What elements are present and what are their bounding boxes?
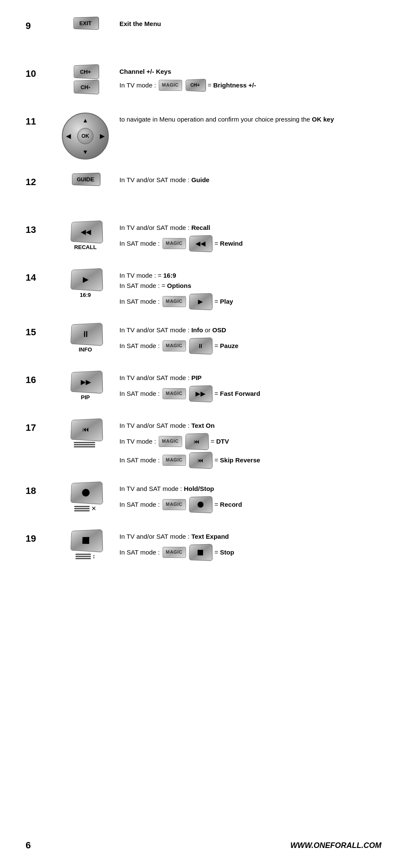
hold-sublabel-icon: ✕ (74, 505, 96, 512)
record-sub-row: In SAT mode : MAGIC = Record (119, 496, 381, 513)
in-sat-mode-16: In SAT mode : (119, 389, 160, 399)
line-b (74, 508, 90, 509)
desc-col-10: Channel +/- Keys In TV mode : MAGIC CH+ … (119, 65, 381, 91)
line-e (76, 556, 91, 557)
skipback-button-icon: ⏮ (70, 418, 103, 441)
icon-col-13: RECALL (51, 221, 119, 250)
recall-desc-main: In TV and/or SAT mode : Recall (119, 224, 210, 231)
ch-buttons: CH+ CH- (73, 65, 98, 94)
stop-sublabel-icon: ↕ (76, 553, 96, 560)
in-sat-mode-13: In SAT mode : (119, 238, 160, 249)
nav-circle-icon: ▲ ▼ ◀ ▶ OK (62, 113, 109, 160)
pause-icon: ⏸ (81, 329, 90, 339)
desc-col-17: In TV and/or SAT mode : Text On In TV mo… (119, 419, 381, 468)
icon-col-18: ✕ (51, 482, 119, 512)
icon-col-12: GUIDE (51, 173, 119, 186)
footer: 6 WWW.ONEFORALL.COM (26, 840, 381, 851)
lines-group (74, 506, 90, 511)
stop-label: = Stop (215, 547, 234, 557)
rewind-icon (80, 227, 90, 236)
stop-icon-group: ↕ (70, 530, 102, 560)
dtv-sub-row: In TV mode : MAGIC ⏮ = DTV (119, 433, 381, 450)
pause-button-icon: ⏸ (70, 323, 103, 346)
ch-minus-icon: CH- (74, 79, 99, 94)
desc-col-13: In TV and/or SAT mode : Recall In SAT mo… (119, 221, 381, 252)
line-a (74, 506, 90, 507)
line-f (76, 558, 91, 559)
row-16: 16 PIP In TV and/or SAT mode : PIP In SA… (26, 371, 381, 405)
rewind-sub-row: In SAT mode : MAGIC ◀◀ = Rewind (119, 235, 381, 252)
in-tv-mode-17: In TV mode : (119, 436, 156, 447)
dot-icon (81, 489, 89, 496)
row-14: 14 16:9 In TV mode : = 16:9 In SAT mode … (26, 269, 381, 310)
rewind-small-icon: ◀◀ (189, 235, 212, 252)
skipback-icon: ⏮ (82, 426, 89, 433)
arrows-symbol: ↕ (93, 553, 96, 560)
ch-sub-row: In TV mode : MAGIC CH+ = Brightness +/- (119, 79, 381, 91)
in-tv-mode-label: In TV mode : (119, 80, 156, 90)
guide-button-icon: GUIDE (72, 173, 101, 186)
icon-col-9: EXIT (51, 17, 119, 29)
desc-text-9: Exit the Menu (119, 20, 161, 27)
row-10: 10 CH+ CH- Channel +/- Keys In TV mode :… (26, 65, 381, 99)
ff-small-icon: ▶▶ (189, 385, 212, 402)
line-1 (74, 442, 95, 443)
magic-badge-18: MAGIC (163, 499, 186, 510)
play-button-icon (70, 268, 103, 291)
text-expand-desc-main: In TV and/or SAT mode : Text Expand (119, 533, 229, 540)
row-19: 19 ↕ In TV and/or SAT mode : Text Expand (26, 530, 381, 564)
x-symbol: ✕ (91, 505, 96, 512)
row-18: 18 ✕ In TV and SAT mode : Hold/Stop In S (26, 482, 381, 516)
rewind-label: = Rewind (215, 238, 243, 249)
magic-badge-15: MAGIC (163, 340, 186, 351)
play-icon (82, 275, 88, 284)
pip-label-icon: PIP (81, 394, 90, 401)
icon-col-19: ↕ (51, 530, 119, 560)
ff-button-icon (70, 371, 103, 394)
in-sat-mode-18: In SAT mode : (119, 499, 160, 510)
play-sub-row: In SAT mode : MAGIC ▶ = Play (119, 293, 381, 310)
desc-col-18: In TV and SAT mode : Hold/Stop In SAT mo… (119, 482, 381, 513)
record-icon-group: ✕ (70, 482, 102, 512)
record-label: = Record (215, 499, 242, 510)
line-3 (74, 446, 95, 447)
stop-square-icon (82, 537, 89, 544)
stop-small-square (198, 549, 203, 555)
exit-button-icon: EXIT (73, 17, 99, 30)
nav-left-arrow: ◀ (66, 133, 71, 139)
icon-col-10: CH+ CH- (51, 65, 119, 94)
desc-col-9: Exit the Menu (119, 17, 381, 29)
ff-icon (80, 377, 90, 386)
record-dot-small-icon (189, 496, 212, 513)
ch-plus-icon: CH+ (74, 64, 99, 79)
row-9: 9 EXIT Exit the Menu (26, 17, 381, 51)
guide-desc-text: In TV and/or SAT mode : Guide (119, 176, 209, 183)
icon-col-16: PIP (51, 371, 119, 401)
stop-button-icon (70, 529, 103, 552)
skip-reverse-label: = Skip Reverse (215, 455, 260, 465)
icon-col-17: ⏮ (51, 419, 119, 447)
record-small-dot (197, 502, 203, 508)
icon-col-15: ⏸ INFO (51, 323, 119, 353)
nav-right-arrow: ▶ (100, 133, 105, 139)
line-d (76, 554, 91, 555)
desc-col-11: to navigate in Menu operation and confir… (119, 113, 381, 125)
stop-sub-row: In SAT mode : MAGIC = Stop (119, 544, 381, 560)
nav-up-arrow: ▲ (82, 117, 88, 124)
row-13: 13 RECALL In TV and/or SAT mode : Recall… (26, 221, 381, 255)
in-sat-mode-15: In SAT mode : (119, 341, 160, 351)
page-number: 6 (26, 840, 31, 851)
row-15: 15 ⏸ INFO In TV and/or SAT mode : Info o… (26, 323, 381, 357)
record-button-icon (70, 482, 103, 505)
item-number-9: 9 (26, 17, 51, 32)
recall-label: RECALL (74, 244, 97, 250)
in-sat-mode-14: In SAT mode : (119, 296, 160, 307)
play-desc-main1: In TV mode : = 16:9 (119, 270, 381, 281)
magic-badge-13: MAGIC (163, 238, 186, 249)
item-number-10: 10 (26, 65, 51, 79)
lines-group-2 (76, 554, 91, 559)
lines-arrow-icon: ↕ (76, 553, 96, 560)
icon-col-11: ▲ ▼ ◀ ▶ OK (51, 113, 119, 160)
item-number-11: 11 (26, 113, 51, 127)
item-number-12: 12 (26, 173, 51, 188)
